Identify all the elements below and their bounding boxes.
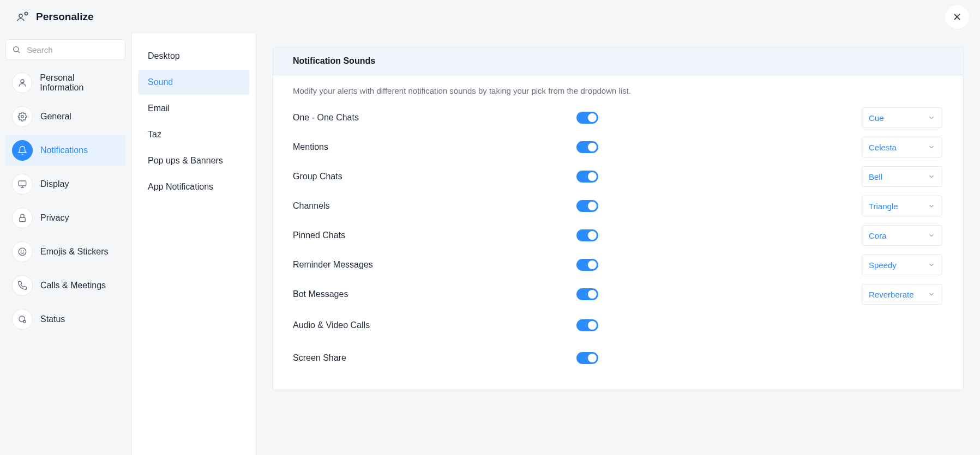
subnav-item-label: Email bbox=[148, 104, 170, 113]
sound-select-pinned-chats[interactable]: Cora bbox=[862, 225, 942, 246]
toggle-screen-share[interactable] bbox=[576, 352, 598, 364]
panel-body: One - One Chats Cue Mentions Celesta Gro… bbox=[273, 99, 963, 390]
chevron-down-icon bbox=[928, 114, 935, 122]
sidebar-item-emojis-stickers[interactable]: Emojis & Stickers bbox=[5, 236, 125, 267]
close-button[interactable] bbox=[945, 5, 969, 29]
phone-icon bbox=[12, 275, 33, 296]
sound-select-reminder-messages[interactable]: Speedy bbox=[862, 254, 942, 275]
sidebar-item-label: Calls & Meetings bbox=[40, 281, 106, 290]
svg-point-8 bbox=[21, 251, 21, 251]
select-value: Cora bbox=[869, 231, 887, 240]
sound-select-one-one-chats[interactable]: Cue bbox=[862, 107, 942, 128]
svg-point-10 bbox=[19, 316, 25, 322]
row-pinned-chats: Pinned Chats Cora bbox=[293, 221, 943, 250]
bell-icon bbox=[12, 140, 33, 161]
toggle-audio-video-calls[interactable] bbox=[576, 319, 598, 331]
subnav-item-popups-banners[interactable]: Pop ups & Banners bbox=[138, 148, 249, 173]
toggle-channels[interactable] bbox=[576, 200, 598, 212]
sound-select-mentions[interactable]: Celesta bbox=[862, 137, 942, 157]
svg-point-0 bbox=[19, 14, 22, 17]
sound-select-channels[interactable]: Triangle bbox=[862, 196, 942, 216]
row-label: Screen Share bbox=[293, 353, 576, 363]
sidebar-item-calls-meetings[interactable]: Calls & Meetings bbox=[5, 270, 125, 301]
subnav-item-taz[interactable]: Taz bbox=[138, 122, 249, 147]
sidebar-item-label: Display bbox=[40, 179, 69, 189]
select-value: Speedy bbox=[869, 260, 897, 270]
close-icon bbox=[952, 11, 963, 22]
header: Personalize bbox=[0, 0, 980, 34]
layout: Personal Information General Notificatio… bbox=[0, 34, 980, 455]
sidebar-item-personal-information[interactable]: Personal Information bbox=[5, 68, 125, 98]
row-label: Pinned Chats bbox=[293, 230, 576, 240]
toggle-mentions[interactable] bbox=[576, 141, 598, 153]
svg-rect-5 bbox=[19, 181, 26, 186]
sidebar-item-privacy[interactable]: Privacy bbox=[5, 203, 125, 233]
row-label: One - One Chats bbox=[293, 113, 576, 123]
page-title: Personalize bbox=[36, 11, 94, 23]
select-value: Cue bbox=[869, 113, 884, 123]
select-value: Triangle bbox=[869, 202, 898, 211]
subnav-item-desktop[interactable]: Desktop bbox=[138, 44, 249, 69]
row-channels: Channels Triangle bbox=[293, 191, 943, 221]
sidebar-item-label: Emojis & Stickers bbox=[40, 247, 108, 257]
chevron-down-icon bbox=[928, 143, 935, 151]
subnav-item-email[interactable]: Email bbox=[138, 96, 249, 121]
sidebar-item-label: Personal Information bbox=[40, 73, 119, 93]
chevron-down-icon bbox=[928, 202, 935, 210]
svg-point-7 bbox=[19, 248, 26, 256]
svg-point-2 bbox=[14, 47, 19, 52]
chevron-down-icon bbox=[928, 290, 935, 298]
sidebar-item-status[interactable]: Status bbox=[5, 304, 125, 335]
panel-title: Notification Sounds bbox=[273, 47, 963, 75]
sound-select-group-chats[interactable]: Bell bbox=[862, 166, 942, 187]
toggle-group-chats[interactable] bbox=[576, 171, 598, 183]
search-wrap bbox=[5, 39, 125, 60]
personalize-icon bbox=[16, 10, 29, 23]
subnav-item-label: Pop ups & Banners bbox=[148, 156, 223, 165]
svg-rect-6 bbox=[20, 217, 26, 222]
row-label: Reminder Messages bbox=[293, 260, 576, 270]
toggle-one-one-chats[interactable] bbox=[576, 112, 598, 124]
chevron-down-icon bbox=[928, 232, 935, 239]
chevron-down-icon bbox=[928, 261, 935, 269]
sidebar: Personal Information General Notificatio… bbox=[0, 34, 131, 455]
sidebar-item-label: Privacy bbox=[40, 213, 69, 223]
row-bot-messages: Bot Messages Reverberate bbox=[293, 280, 943, 309]
subnav-item-label: Desktop bbox=[148, 51, 180, 60]
gear-icon bbox=[12, 106, 33, 127]
row-reminder-messages: Reminder Messages Speedy bbox=[293, 250, 943, 280]
toggle-pinned-chats[interactable] bbox=[576, 229, 598, 241]
sidebar-item-label: Status bbox=[40, 314, 65, 324]
select-value: Celesta bbox=[869, 143, 897, 152]
svg-point-4 bbox=[21, 116, 24, 118]
subnav-item-label: Taz bbox=[148, 130, 161, 139]
row-label: Channels bbox=[293, 201, 576, 211]
subnav: Desktop Sound Email Taz Pop ups & Banner… bbox=[131, 34, 256, 455]
row-group-chats: Group Chats Bell bbox=[293, 162, 943, 191]
subnav-item-sound[interactable]: Sound bbox=[138, 70, 249, 95]
select-value: Bell bbox=[869, 172, 882, 181]
lock-icon bbox=[12, 208, 33, 228]
toggle-reminder-messages[interactable] bbox=[576, 259, 598, 271]
svg-point-9 bbox=[23, 251, 24, 251]
smile-icon bbox=[12, 241, 33, 262]
sound-select-bot-messages[interactable]: Reverberate bbox=[862, 284, 942, 305]
toggle-bot-messages[interactable] bbox=[576, 288, 598, 300]
status-icon bbox=[12, 309, 33, 330]
select-value: Reverberate bbox=[869, 290, 914, 299]
row-label: Bot Messages bbox=[293, 289, 576, 299]
row-one-one-chats: One - One Chats Cue bbox=[293, 103, 943, 132]
search-icon bbox=[12, 45, 21, 54]
sidebar-item-notifications[interactable]: Notifications bbox=[5, 135, 125, 166]
user-icon bbox=[12, 72, 32, 93]
sidebar-item-general[interactable]: General bbox=[5, 101, 125, 132]
main-content: Notification Sounds Modify your alerts w… bbox=[256, 34, 980, 455]
search-input[interactable] bbox=[5, 39, 125, 60]
subnav-item-label: Sound bbox=[148, 77, 173, 87]
row-audio-video-calls: Audio & Video Calls bbox=[293, 309, 943, 342]
notification-sounds-panel: Notification Sounds Modify your alerts w… bbox=[273, 47, 964, 390]
row-label: Mentions bbox=[293, 142, 576, 152]
row-label: Group Chats bbox=[293, 172, 576, 181]
subnav-item-app-notifications[interactable]: App Notifications bbox=[138, 174, 249, 199]
sidebar-item-display[interactable]: Display bbox=[5, 169, 125, 199]
